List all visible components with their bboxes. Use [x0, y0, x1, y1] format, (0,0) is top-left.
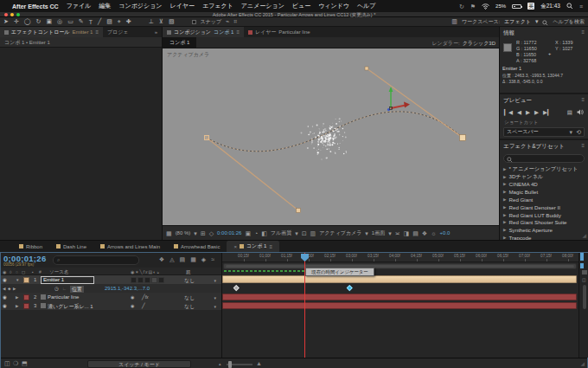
menu-item[interactable]: アニメーション — [241, 2, 284, 10]
effects-presets-item[interactable]: ▶ Red Giant Denoiser II — [500, 203, 588, 211]
zoom-in-mountain-icon[interactable]: ▲ — [256, 360, 262, 366]
menu-item[interactable]: ビュー — [292, 2, 310, 10]
graph-editor-icon[interactable]: ≈ — [211, 256, 214, 262]
switch-eye-icon[interactable]: ◉ — [131, 294, 134, 300]
tab-composition[interactable]: コンポジション コンポ 1 ≡ — [163, 27, 244, 37]
parent-dropdown[interactable]: なし — [184, 303, 217, 311]
ime-indicator[interactable]: 英 — [527, 3, 534, 10]
viewer-tab-comp1[interactable]: コンポ 1 — [163, 37, 196, 48]
layer-bar-particular-line[interactable] — [222, 294, 577, 300]
twirl-icon[interactable]: ▶ — [503, 190, 506, 194]
roi-icon[interactable]: ⊡ — [302, 230, 307, 236]
layer-color-swatch[interactable] — [23, 277, 29, 283]
zoom-out-mountain-icon[interactable]: ▴ — [219, 361, 221, 366]
menubar-clock[interactable]: 金21:43 — [540, 3, 560, 10]
timeline-tab[interactable]: × Ribbon ≡ — [12, 241, 49, 252]
eye-icon[interactable]: ◉ — [3, 294, 7, 300]
previous-frame-button[interactable]: ◀ — [517, 109, 521, 116]
audio-mute-icon[interactable] — [577, 109, 584, 116]
property-row-position[interactable]: ◀ ◈ ▶ ◷ ∟ 位置 2915.1,-342.3,...7.0 — [1, 284, 221, 293]
keyframe-diamond-selected[interactable] — [347, 285, 352, 290]
twirl-icon[interactable]: ▶ — [16, 295, 18, 300]
chevron-down-icon[interactable]: ▾ — [214, 278, 216, 283]
flowchart-icon[interactable]: ❖ — [422, 230, 427, 236]
zoom-value[interactable]: (80 %) — [176, 230, 191, 236]
twirl-icon[interactable]: ▶ — [503, 205, 506, 210]
navigator-end-marker[interactable] — [580, 253, 584, 261]
first-frame-button[interactable]: ▎◀ — [504, 109, 513, 116]
twirl-icon[interactable]: ▶ — [503, 220, 506, 224]
tool-icon[interactable]: ⊥ — [149, 18, 154, 25]
switch-eye-icon[interactable]: ◉ — [131, 303, 134, 308]
twirl-icon[interactable]: ▼ — [16, 278, 19, 282]
exposure-icon[interactable]: ☼ — [431, 230, 436, 236]
source-name-column[interactable]: ソース名 — [49, 269, 68, 275]
effects-presets-search[interactable] — [503, 154, 585, 163]
app-menu[interactable]: After Effects CC — [12, 3, 59, 10]
tool-icon[interactable]: ▧ — [169, 18, 175, 25]
tab-layer-viewer[interactable]: レイヤー Particular line — [244, 27, 315, 37]
resize-grip-icon[interactable]: ◢ — [582, 232, 586, 238]
spotlight-icon[interactable] — [566, 3, 573, 10]
stopwatch-icon[interactable]: ◷ — [54, 286, 59, 291]
show-snapshot-icon[interactable]: ◔ — [254, 230, 258, 236]
path-handle[interactable] — [205, 136, 209, 140]
switches-modes-button[interactable]: スイッチ / モード — [87, 360, 191, 368]
reset-icon[interactable]: ⟲ — [576, 129, 581, 135]
sync-icon[interactable]: ↻ — [459, 3, 464, 10]
panel-menu-icon[interactable]: ≡ — [581, 29, 585, 37]
help-search-label[interactable]: ヘルプを検索 — [553, 18, 585, 26]
resize-grip-icon[interactable]: ◢ — [580, 360, 585, 366]
twirl-icon[interactable]: ▶ — [503, 175, 506, 179]
expand-render-icon[interactable]: ❍ — [13, 360, 18, 366]
panel-menu-icon[interactable]: ≡ — [269, 244, 272, 249]
effects-presets-item[interactable]: ▶ * アニメーションプリセット — [500, 165, 588, 173]
chevron-down-icon[interactable]: ▾ — [365, 230, 368, 236]
play-button[interactable]: ▶ — [526, 109, 530, 116]
ram-preview-icon[interactable]: ▤ — [567, 109, 572, 116]
switch-effects-icon[interactable]: ╱ — [142, 302, 145, 308]
viewport-canvas[interactable] — [163, 48, 499, 225]
keyframe-nav-next-icon[interactable]: ▶ — [13, 287, 16, 291]
tool-icon[interactable]: ✚ — [126, 18, 131, 25]
twirl-icon[interactable]: ▶ — [503, 228, 506, 232]
transparency-grid-icon[interactable]: ▥ — [310, 230, 316, 236]
parent-column[interactable]: 親 — [186, 269, 191, 275]
tool-icon[interactable]: ▨ — [106, 18, 112, 25]
menu-item[interactable]: コンポジション — [118, 2, 162, 10]
tool-icon[interactable]: ↻ — [36, 18, 42, 25]
motion-path[interactable] — [207, 112, 463, 152]
notification-center-icon[interactable]: ≡ — [579, 3, 583, 10]
draft-3d-icon[interactable]: ◬ — [169, 256, 174, 262]
layer-color-swatch[interactable] — [23, 303, 29, 309]
layer-name[interactable]: 濃いグレー系レ... 1 — [48, 303, 93, 311]
tab-effect-controls[interactable]: エフェクトコントロール Emitter 1 ≡ — [0, 27, 103, 37]
chevron-down-icon[interactable]: ▾ — [214, 295, 216, 300]
eye-icon[interactable]: ◉ — [3, 277, 7, 282]
comp-flowchart-icon[interactable]: ❖ — [159, 256, 164, 262]
keyframe-diamond[interactable] — [233, 285, 239, 290]
last-frame-button[interactable]: ▶▎ — [543, 109, 552, 116]
path-handle[interactable] — [297, 209, 301, 213]
snapshot-icon[interactable]: ▣ — [245, 230, 251, 236]
tool-icon[interactable]: ⊻ — [159, 18, 163, 25]
pixel-aspect-icon[interactable]: ≍ — [395, 230, 400, 236]
flag-icon[interactable]: ⚑ — [470, 3, 476, 10]
layer-row-emitter[interactable]: ◉ ▼ 1 Emitter 1 なし ▾ — [1, 275, 221, 284]
magnification-icon[interactable]: ▦ — [166, 230, 172, 236]
timeline-search-input[interactable]: ⌕ — [53, 255, 139, 265]
gizmo-x-axis[interactable] — [391, 106, 406, 109]
effects-presets-header[interactable]: エフェクト&プリセット≡ — [500, 140, 588, 152]
composition-viewport[interactable]: アクティブカメラ — [163, 48, 499, 225]
menu-item[interactable]: レイヤー — [170, 2, 195, 10]
keyframe-nav-diamond-icon[interactable]: ◈ — [8, 287, 10, 291]
layer-row-particular-line[interactable]: ◉ ▶ 2 Particular line ◉ ╱fx なし ▾ — [1, 293, 221, 301]
tool-icon[interactable]: T — [89, 19, 93, 25]
exposure-value[interactable]: +0.0 — [440, 230, 451, 236]
transform-gizmo[interactable] — [387, 87, 410, 111]
timeline-button-icon[interactable]: ▤ — [412, 230, 419, 236]
timeline-tab[interactable]: × Arrowhead Basic ≡ — [167, 241, 227, 252]
wifi-icon[interactable] — [482, 3, 489, 10]
current-time[interactable]: 0:00:01:26 — [217, 230, 241, 236]
view-menu-value[interactable]: アクティブカメラ — [319, 229, 361, 237]
